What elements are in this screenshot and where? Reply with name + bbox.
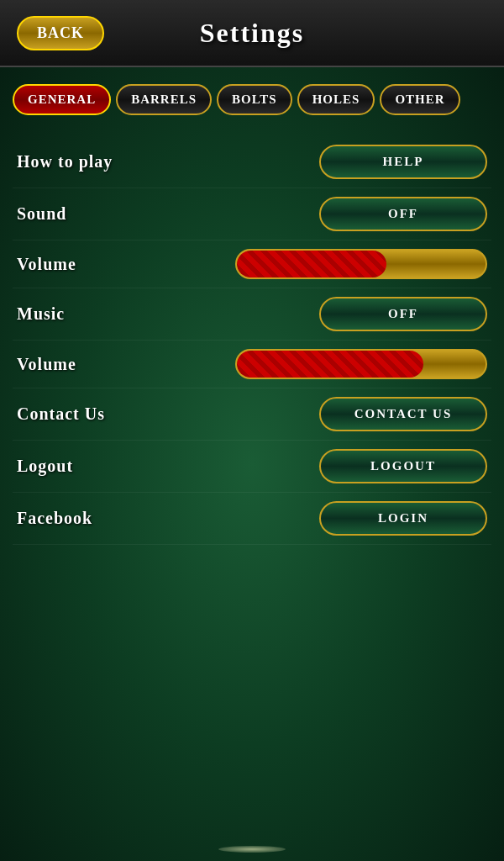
back-button[interactable]: BACK <box>17 16 104 50</box>
tab-holes[interactable]: HOLES <box>297 84 375 115</box>
label-volume1: Volume <box>17 255 76 274</box>
tab-barrels[interactable]: BARRELS <box>116 84 212 115</box>
label-volume2: Volume <box>17 355 76 374</box>
tab-general[interactable]: GENERAL <box>13 84 111 115</box>
contact-us-button[interactable]: CONTACT US <box>319 397 487 431</box>
row-logout: Logout LOGOUT <box>13 441 491 493</box>
row-sound: Sound OFF <box>13 188 491 240</box>
page-title: Settings <box>200 18 304 49</box>
volume-fill-2 <box>237 351 423 378</box>
tab-other[interactable]: OTHER <box>380 84 459 115</box>
label-contact-us: Contact Us <box>17 404 105 424</box>
label-facebook: Facebook <box>17 509 92 528</box>
music-toggle-button[interactable]: OFF <box>319 297 487 331</box>
facebook-login-button[interactable]: LOGIN <box>319 501 487 536</box>
row-contact-us: Contact Us CONTACT US <box>13 388 491 441</box>
volume-slider-2[interactable] <box>235 349 487 379</box>
label-music: Music <box>17 304 65 324</box>
label-how-to-play: How to play <box>17 152 113 172</box>
tab-bolts[interactable]: BOLTS <box>217 84 292 115</box>
tabs-container: GENERAL BARRELS BOLTS HOLES OTHER <box>13 84 491 115</box>
volume-fill-1 <box>237 251 386 277</box>
row-how-to-play: How to play HELP <box>13 136 491 188</box>
top-bar: BACK Settings <box>0 0 504 67</box>
row-facebook: Facebook LOGIN <box>13 493 491 545</box>
label-logout: Logout <box>17 457 73 476</box>
row-volume2: Volume <box>13 341 491 388</box>
logout-button[interactable]: LOGOUT <box>319 449 487 483</box>
sound-toggle-button[interactable]: OFF <box>319 197 487 231</box>
volume-slider-1[interactable] <box>235 249 487 279</box>
row-volume1: Volume <box>13 240 491 288</box>
label-sound: Sound <box>17 204 67 224</box>
help-button[interactable]: HELP <box>319 145 487 179</box>
main-content: GENERAL BARRELS BOLTS HOLES OTHER How to… <box>0 67 504 861</box>
row-music: Music OFF <box>13 288 491 341</box>
